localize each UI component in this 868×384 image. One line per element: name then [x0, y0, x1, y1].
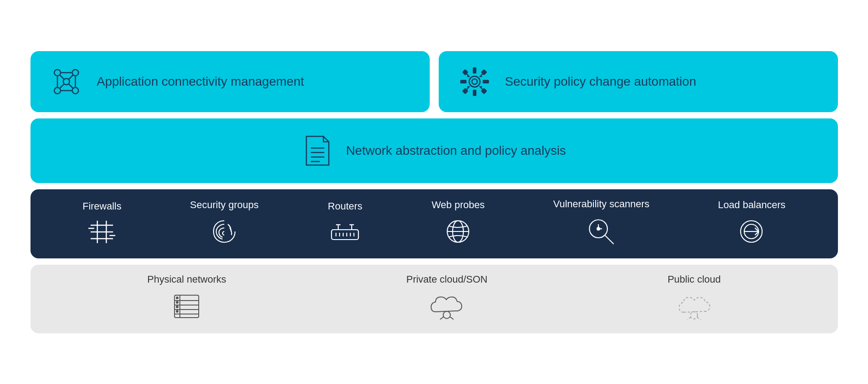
svg-line-74 [697, 317, 701, 320]
firewalls-label: Firewalls [83, 201, 122, 212]
fingerprint-icon [210, 217, 239, 246]
svg-point-23 [472, 79, 477, 84]
security-groups-label: Security groups [190, 199, 259, 211]
network-abstraction-card: Network abstraction and policy analysis [31, 118, 838, 183]
svg-line-70 [450, 317, 454, 319]
load-balancers-label: Load balancers [718, 199, 785, 211]
svg-point-53 [597, 227, 600, 230]
svg-line-12 [69, 84, 73, 88]
svg-point-22 [469, 76, 480, 87]
svg-rect-15 [473, 90, 476, 96]
router-icon [327, 218, 363, 245]
routers-item: Routers [327, 201, 363, 245]
web-probes-label: Web probes [432, 199, 484, 211]
load-balancer-icon [737, 217, 766, 246]
vulnerability-scanners-item: Vulnerability scanners [553, 198, 649, 248]
security-policy-card: Security policy change automation [439, 51, 838, 112]
svg-point-66 [176, 310, 178, 312]
private-cloud-icon [427, 292, 467, 321]
app-connectivity-card: Application connectivity management [31, 51, 430, 112]
svg-rect-17 [483, 80, 489, 83]
public-cloud-item: Public cloud [667, 274, 721, 321]
gear-icon [457, 64, 493, 100]
svg-point-63 [176, 297, 178, 299]
network-devices-row: Firewalls Security groups [31, 189, 838, 258]
architecture-diagram: Application connectivity management [31, 51, 838, 333]
app-connectivity-label: Application connectivity management [97, 74, 304, 89]
svg-line-73 [687, 317, 691, 320]
physical-networks-item: Physical networks [147, 274, 226, 321]
svg-point-1 [72, 70, 79, 76]
svg-point-3 [72, 87, 79, 94]
routers-label: Routers [328, 201, 362, 212]
svg-line-9 [60, 75, 64, 79]
security-groups-item: Security groups [190, 199, 259, 246]
firewalls-item: Firewalls [83, 201, 122, 245]
svg-line-11 [60, 84, 64, 88]
svg-point-2 [54, 87, 61, 94]
magnify-clock-icon [586, 216, 617, 248]
physical-network-icon [171, 292, 202, 321]
private-cloud-label: Private cloud/SON [406, 274, 488, 285]
document-icon [302, 133, 333, 169]
row-top: Application connectivity management [31, 51, 838, 112]
svg-point-64 [176, 301, 178, 303]
svg-line-50 [605, 236, 614, 244]
row-middle: Network abstraction and policy analysis [31, 118, 838, 183]
web-probes-item: Web probes [432, 199, 484, 246]
svg-line-10 [69, 75, 73, 79]
svg-rect-14 [473, 67, 476, 74]
globe-icon [444, 217, 473, 246]
svg-point-4 [63, 79, 70, 85]
public-cloud-label: Public cloud [667, 274, 721, 285]
network-abstraction-label: Network abstraction and policy analysis [346, 144, 566, 158]
firewall-icon [86, 218, 118, 245]
security-policy-label: Security policy change automation [505, 74, 696, 89]
svg-point-71 [690, 312, 698, 319]
physical-networks-label: Physical networks [147, 274, 226, 285]
private-cloud-item: Private cloud/SON [406, 274, 488, 321]
svg-rect-16 [460, 80, 467, 83]
network-graph-icon [48, 64, 84, 100]
infrastructure-row: Physical networks Private cloud/SON [31, 265, 838, 333]
svg-point-65 [176, 306, 178, 308]
vulnerability-scanners-label: Vulnerability scanners [553, 198, 649, 210]
public-cloud-icon [674, 292, 714, 321]
svg-point-67 [443, 311, 450, 319]
load-balancers-item: Load balancers [718, 199, 785, 246]
svg-line-69 [440, 317, 444, 319]
svg-point-0 [54, 70, 61, 76]
